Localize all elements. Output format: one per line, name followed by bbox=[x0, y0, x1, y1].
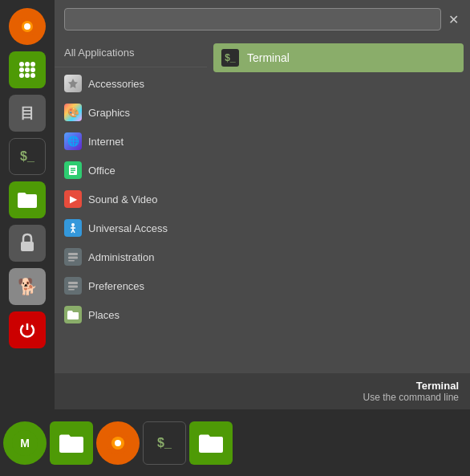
sidebar-icon-ibus[interactable]: 目 bbox=[9, 95, 46, 132]
svg-rect-25 bbox=[68, 282, 78, 284]
separator bbox=[55, 67, 207, 67]
category-sound-video[interactable]: ▶ Sound & Video bbox=[55, 185, 207, 214]
svg-rect-26 bbox=[68, 286, 78, 288]
svg-point-3 bbox=[19, 62, 24, 67]
category-graphics[interactable]: 🎨 Graphics bbox=[55, 98, 207, 127]
graphics-icon: 🎨 bbox=[64, 104, 82, 121]
content-area: All Applications Accessories 🎨 Graphics bbox=[55, 37, 470, 409]
search-input[interactable]: Terminal bbox=[64, 8, 441, 31]
svg-point-4 bbox=[25, 62, 30, 67]
svg-rect-22 bbox=[68, 253, 78, 255]
search-bar-container: Terminal ✕ bbox=[55, 0, 470, 37]
results-panel: $_ Terminal bbox=[207, 37, 470, 409]
category-universal-access[interactable]: Universal Access bbox=[55, 214, 207, 242]
sidebar-icon-firefox[interactable] bbox=[9, 8, 46, 45]
status-bar: Terminal Use the command line bbox=[55, 373, 470, 409]
svg-rect-16 bbox=[71, 172, 74, 173]
places-icon bbox=[64, 306, 82, 323]
search-clear-button[interactable]: ✕ bbox=[446, 12, 460, 26]
svg-point-17 bbox=[71, 223, 75, 226]
taskbar-firefox[interactable] bbox=[96, 421, 140, 465]
sidebar-icon-apps[interactable] bbox=[9, 51, 46, 88]
sidebar-icon-terminal[interactable]: $_ bbox=[9, 138, 46, 175]
svg-point-7 bbox=[25, 67, 30, 72]
svg-rect-27 bbox=[68, 289, 75, 291]
preferences-icon bbox=[64, 277, 82, 295]
taskbar-folder2[interactable] bbox=[189, 421, 233, 465]
category-office[interactable]: Office bbox=[55, 156, 207, 185]
taskbar-terminal[interactable]: $_ bbox=[143, 421, 186, 465]
svg-point-5 bbox=[30, 62, 35, 67]
category-preferences[interactable]: Preferences bbox=[55, 271, 207, 300]
svg-rect-15 bbox=[71, 170, 75, 172]
svg-rect-23 bbox=[68, 257, 78, 259]
svg-point-11 bbox=[30, 73, 35, 78]
svg-point-8 bbox=[30, 67, 35, 72]
svg-point-10 bbox=[25, 73, 30, 78]
svg-rect-24 bbox=[68, 260, 75, 262]
sidebar: 目 $_ 🐕 bbox=[0, 0, 55, 409]
sidebar-icon-folder[interactable] bbox=[9, 181, 46, 218]
taskbar: M $_ bbox=[0, 409, 470, 476]
accessories-icon bbox=[64, 75, 82, 92]
internet-icon: 🌐 bbox=[64, 132, 82, 150]
sidebar-icon-power[interactable] bbox=[9, 311, 46, 348]
category-administration[interactable]: Administration bbox=[55, 242, 207, 271]
office-icon bbox=[64, 161, 82, 179]
categories-list: All Applications Accessories 🎨 Graphics bbox=[55, 37, 207, 409]
svg-line-21 bbox=[73, 230, 75, 233]
category-internet[interactable]: 🌐 Internet bbox=[55, 127, 207, 156]
svg-rect-14 bbox=[71, 168, 75, 169]
taskbar-folder[interactable] bbox=[50, 421, 93, 465]
svg-point-9 bbox=[19, 73, 24, 78]
result-terminal[interactable]: $_ Terminal bbox=[213, 43, 464, 72]
status-description: Use the command line bbox=[66, 392, 459, 403]
svg-point-2 bbox=[24, 23, 30, 30]
main-panel: Terminal ✕ All Applications Accessories … bbox=[55, 0, 470, 409]
sidebar-icon-gimp[interactable]: 🐕 bbox=[9, 268, 46, 305]
sidebar-icon-lock[interactable] bbox=[9, 225, 46, 262]
svg-text:M: M bbox=[20, 437, 30, 450]
category-places[interactable]: Places bbox=[55, 300, 207, 329]
sound-video-icon: ▶ bbox=[64, 190, 82, 208]
taskbar-mint[interactable]: M bbox=[3, 421, 47, 465]
administration-icon bbox=[64, 248, 82, 266]
svg-rect-12 bbox=[21, 242, 34, 251]
category-accessories[interactable]: Accessories bbox=[55, 69, 207, 98]
svg-point-6 bbox=[19, 67, 24, 72]
status-title: Terminal bbox=[66, 380, 459, 392]
category-all-applications[interactable]: All Applications bbox=[55, 40, 207, 65]
svg-point-32 bbox=[115, 440, 121, 446]
universal-access-icon bbox=[64, 219, 82, 237]
terminal-result-icon: $_ bbox=[221, 49, 239, 67]
